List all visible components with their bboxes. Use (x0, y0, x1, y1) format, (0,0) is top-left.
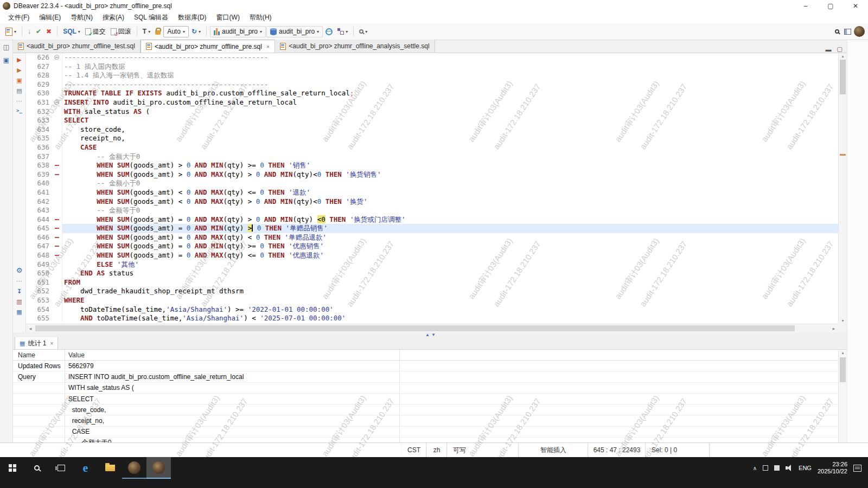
code-line-644[interactable]: 644 WHEN SUM(goods_amt) = 0 AND MAX(qty)… (26, 215, 838, 224)
fold-minus-icon[interactable] (54, 55, 59, 60)
code-line-642[interactable]: 642 WHEN SUM(goods_amt) < 0 AND MAX(qty)… (26, 197, 838, 207)
stats-row[interactable]: WITH sale_status AS ( (13, 383, 847, 394)
column-header-value[interactable]: Value (65, 350, 400, 360)
network-profile-button[interactable]: ▾ (335, 27, 350, 36)
action-center-button[interactable] (853, 465, 861, 472)
more-actions-icon[interactable]: ⋯ (16, 278, 22, 284)
stats-row[interactable]: SELECT (13, 394, 847, 404)
code-line-649[interactable]: 649 ELSE '其他' (26, 260, 838, 269)
database-navigator-icon[interactable]: ▣ (3, 56, 9, 64)
open-view-button[interactable] (842, 27, 853, 36)
code-line-645[interactable]: 645 WHEN SUM(goods_amt) = 0 AND MIN(qty)… (26, 224, 838, 233)
menu-file[interactable]: 文件(F) (3, 12, 34, 23)
scroll-left-icon[interactable]: ◂ (26, 324, 35, 332)
toolbar-search-button[interactable]: ▾ (357, 28, 369, 36)
commit-button[interactable]: 提交 (83, 25, 108, 38)
shell-icon[interactable]: >_ (16, 108, 22, 113)
execute-statement-icon[interactable]: ▶ (17, 56, 21, 63)
code-line-634[interactable]: 634 store_code, (26, 125, 838, 134)
code-line-632[interactable]: 632WITH sale_status AS ( (26, 107, 838, 117)
execute-new-tab-icon[interactable]: ▣ (16, 77, 22, 84)
task-view-button[interactable] (49, 457, 73, 479)
menu-database[interactable]: 数据库(D) (173, 12, 212, 23)
scroll-down-icon[interactable]: ▾ (839, 318, 847, 323)
refresh-button[interactable]: ↻▾ (189, 27, 203, 36)
stats-row[interactable]: Updated Rows5662979 (13, 361, 847, 371)
code-line-640[interactable]: 640 -- 金额小于0 (26, 179, 838, 188)
code-line-633[interactable]: 633SELECT (26, 116, 838, 125)
close-button[interactable]: ✕ (843, 0, 868, 12)
status-caret-position[interactable]: 645 : 47 : 22493 (588, 443, 646, 457)
scroll-up-icon[interactable]: ▴ (839, 54, 847, 59)
status-insert-mode[interactable]: 智能插入 (519, 443, 588, 457)
code-line-628[interactable]: 628-- 1.4 插入海一家销售、退款数据 (26, 71, 838, 80)
status-locale[interactable]: zh (426, 443, 447, 457)
status-selection[interactable]: Sel: 0 | 0 (646, 443, 710, 457)
start-button[interactable] (0, 457, 24, 479)
sql-menu-button[interactable]: SQL▾ (61, 26, 82, 37)
editor-results-splitter[interactable]: ▲ ▼ (13, 332, 847, 337)
tab-statistics[interactable]: ▦ 统计 1 × (15, 337, 58, 349)
code-line-648[interactable]: 648 WHEN SUM(goods_amt) = 0 AND MAX(qty)… (26, 251, 838, 260)
code-line-636[interactable]: 636 CASE (26, 143, 838, 152)
menu-search[interactable]: 搜索(A) (98, 12, 129, 23)
code-line-629[interactable]: 629-------------------------------------… (26, 80, 838, 89)
taskbar-explorer-button[interactable] (98, 457, 122, 479)
restore-panel-icon[interactable]: ◫ (3, 43, 9, 51)
fetch-results-button[interactable]: ↓ (25, 27, 33, 36)
minimize-button[interactable]: – (793, 0, 818, 12)
code-line-655[interactable]: 655 AND toDateTime(sale_time,'Asia/Shang… (26, 314, 838, 323)
code-line-646[interactable]: 646 WHEN SUM(goods_amt) = 0 AND MAX(qty)… (26, 233, 838, 242)
code-area[interactable]: 626-------------------------------------… (26, 53, 838, 324)
stats-row[interactable]: QueryINSERT INTO audit_bi_pro.custom_off… (13, 371, 847, 382)
tray-expand-icon[interactable]: ∧ (753, 465, 757, 471)
menu-edit[interactable]: 编辑(E) (34, 12, 66, 23)
explain-plan-icon[interactable]: ▤ (16, 87, 22, 94)
maximize-button[interactable]: ▢ (818, 0, 843, 12)
code-line-638[interactable]: 638 WHEN SUM(goods_amt) > 0 AND MIN(qty)… (26, 161, 838, 170)
menu-sql-editor[interactable]: SQL 编辑器 (129, 12, 173, 23)
tab-offline-analysis-settle[interactable]: <audit_bi_pro> zhumr_offline_analysis_se… (275, 40, 435, 53)
code-line-641[interactable]: 641 WHEN SUM(goods_amt) < 0 AND MAX(qty)… (26, 188, 838, 197)
scrollbar-thumb[interactable] (35, 325, 795, 331)
code-line-626[interactable]: 626-------------------------------------… (26, 53, 838, 62)
minimize-panel-icon[interactable]: ▬ (826, 46, 832, 53)
stats-row[interactable]: -- 金额大于0 (13, 438, 847, 442)
status-write-mode[interactable]: 可写 (447, 443, 519, 457)
scroll-up-icon[interactable]: ▴ (839, 350, 847, 355)
database-combo[interactable]: audit_bi_pro▾ (266, 26, 323, 37)
global-search-button[interactable] (833, 28, 841, 35)
volume-icon[interactable] (786, 465, 793, 471)
taskbar-search-button[interactable] (24, 457, 49, 479)
timezone-globe-button[interactable] (323, 27, 335, 37)
code-line-647[interactable]: 647 WHEN SUM(goods_amt) = 0 AND MIN(qty)… (26, 242, 838, 251)
tab-close-icon[interactable]: × (266, 43, 270, 50)
code-line-653[interactable]: 653WHERE (26, 296, 838, 305)
menu-navigate[interactable]: 导航(N) (66, 12, 98, 23)
more-actions-icon[interactable]: ⋯ (16, 98, 22, 104)
transaction-mode-button[interactable]: T▾ (141, 26, 152, 37)
grid-icon[interactable]: ▦ (16, 309, 22, 315)
report-icon[interactable]: ▥ (16, 298, 22, 305)
transaction-lock-button[interactable] (153, 27, 163, 36)
code-line-630[interactable]: 630TRUNCATE TABLE IF EXISTS audit_bi_pro… (26, 89, 838, 98)
taskbar-dbeaver-button[interactable] (122, 457, 146, 479)
tab-offline-test[interactable]: <audit_bi_pro> zhumr_offline_test.sql (13, 40, 141, 53)
column-header-name[interactable]: Name (13, 350, 65, 360)
export-results-icon[interactable]: ↧ (17, 288, 22, 294)
execute-script-icon[interactable]: ▶ (17, 67, 21, 73)
code-line-654[interactable]: 654 toDateTime(sale_time,'Asia/Shanghai'… (26, 305, 838, 314)
scrollbar-thumb[interactable] (840, 60, 846, 94)
tray-app-icon[interactable] (763, 465, 768, 471)
code-line-643[interactable]: 643 -- 金额等于0 (26, 206, 838, 215)
editor-vertical-scrollbar[interactable]: ▴ ▾ (838, 53, 847, 324)
collapse-down-icon[interactable]: ▼ (431, 333, 436, 337)
menu-help[interactable]: 帮助(H) (245, 12, 277, 23)
gear-icon[interactable]: ⚙ (16, 267, 23, 274)
quick-rollback-button[interactable]: ✖ (44, 27, 54, 36)
code-line-637[interactable]: 637 -- 金额大于0 (26, 152, 838, 162)
taskbar-dbeaver-active-button[interactable] (146, 457, 171, 479)
maximize-panel-icon[interactable]: ▢ (837, 46, 843, 53)
tray-app-icon[interactable] (774, 465, 780, 471)
stats-row[interactable]: receipt_no, (13, 415, 847, 426)
